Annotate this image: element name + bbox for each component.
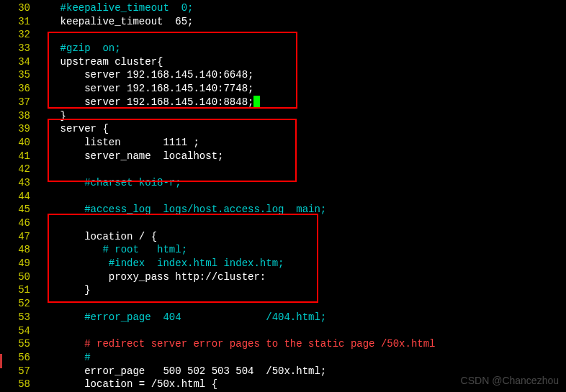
code-token: server_name localhost;: [36, 150, 223, 162]
line-number: 55: [0, 337, 30, 351]
code-token: server 192.168.145.140:7748;: [36, 83, 253, 94]
line-number: 30: [0, 1, 30, 15]
line-number: 35: [0, 68, 30, 82]
code-token: [36, 338, 84, 350]
code-token: error_page 500 502 503 504 /50x.html;: [36, 365, 326, 377]
line-number: 40: [0, 136, 30, 150]
code-token: proxy_pass http://cluster:: [36, 271, 266, 283]
code-line[interactable]: server 192.168.145.140:6648;: [36, 68, 566, 82]
left-marker: [0, 354, 2, 368]
code-line[interactable]: proxy_pass http://cluster:: [36, 270, 566, 284]
text-cursor: [253, 96, 260, 108]
code-line[interactable]: server_name localhost;: [36, 150, 566, 163]
code-line[interactable]: [36, 297, 566, 311]
code-token: #keepalive_timeout 0;: [60, 2, 194, 14]
line-number: 44: [0, 190, 30, 204]
code-line[interactable]: [36, 163, 566, 176]
code-line[interactable]: upstream cluster{: [36, 55, 566, 69]
code-token: #error_page 404 /404.html;: [84, 311, 326, 323]
line-number: 34: [0, 55, 30, 69]
code-token: #: [84, 352, 90, 363]
code-line[interactable]: }: [36, 283, 566, 297]
line-number: 57: [0, 365, 30, 378]
code-token: keepalive_timeout 65;: [36, 16, 193, 27]
line-number: 36: [0, 82, 30, 96]
code-token: [36, 257, 109, 269]
code-line[interactable]: [36, 216, 566, 230]
code-token: #gzip on;: [60, 42, 121, 54]
line-number: 54: [0, 324, 30, 338]
code-line[interactable]: server {: [36, 122, 566, 136]
code-line[interactable]: #charset koi8-r;: [36, 176, 566, 190]
line-number: 58: [0, 378, 30, 391]
code-token: [36, 311, 84, 323]
code-line[interactable]: server 192.168.145.140:7748;: [36, 82, 566, 96]
code-line[interactable]: #keepalive_timeout 0;: [36, 1, 566, 15]
line-number: 45: [0, 203, 30, 216]
code-token: listen 1111 ;: [36, 137, 199, 148]
line-number: 37: [0, 96, 30, 109]
code-token: [36, 177, 84, 188]
line-number: 32: [0, 28, 30, 42]
line-number: 38: [0, 109, 30, 123]
line-number: 43: [0, 176, 30, 190]
code-token: # redirect server error pages to the sta…: [84, 338, 435, 350]
code-token: }: [36, 110, 66, 122]
code-token: server 192.168.145.140:8848;: [36, 96, 253, 108]
line-number: 53: [0, 311, 30, 324]
line-number: 47: [0, 230, 30, 244]
code-token: [36, 2, 60, 14]
line-number: 39: [0, 122, 30, 136]
code-token: }: [36, 284, 91, 296]
code-token: #charset koi8-r;: [84, 177, 181, 188]
code-line[interactable]: [36, 28, 566, 42]
code-line[interactable]: server 192.168.145.140:8848;: [36, 96, 566, 109]
code-line[interactable]: [36, 190, 566, 204]
line-number: 41: [0, 150, 30, 163]
code-line[interactable]: #error_page 404 /404.html;: [36, 311, 566, 324]
line-number: 33: [0, 42, 30, 55]
line-number-gutter: 3031323334353637383940414243444546474849…: [0, 1, 36, 391]
line-number: 31: [0, 15, 30, 29]
code-area[interactable]: #keepalive_timeout 0; keepalive_timeout …: [36, 1, 566, 391]
code-token: upstream cluster{: [36, 56, 163, 68]
code-token: #index index.html index.htm;: [109, 257, 284, 269]
code-line[interactable]: #index index.html index.htm;: [36, 257, 566, 270]
code-line[interactable]: location / {: [36, 230, 566, 244]
code-line[interactable]: #: [36, 351, 566, 365]
code-line[interactable]: # root html;: [36, 243, 566, 257]
line-number: 51: [0, 283, 30, 297]
code-token: server {: [36, 123, 109, 135]
code-line[interactable]: #access_log logs/host.access.log main;: [36, 203, 566, 216]
line-number: 50: [0, 270, 30, 284]
line-number: 42: [0, 163, 30, 176]
code-token: # root html;: [102, 244, 187, 255]
line-number: 49: [0, 257, 30, 270]
line-number: 52: [0, 297, 30, 311]
code-token: [36, 244, 102, 255]
code-token: [36, 204, 84, 215]
code-token: [36, 42, 60, 54]
code-line[interactable]: #gzip on;: [36, 42, 566, 55]
code-line[interactable]: }: [36, 109, 566, 123]
code-editor: 3031323334353637383940414243444546474849…: [0, 0, 566, 391]
code-token: location / {: [36, 231, 157, 242]
line-number: 46: [0, 216, 30, 230]
code-token: location = /50x.html {: [36, 378, 217, 390]
code-line[interactable]: keepalive_timeout 65;: [36, 15, 566, 29]
line-number: 48: [0, 243, 30, 257]
watermark: CSDN @Chancezhou: [461, 374, 559, 388]
code-line[interactable]: listen 1111 ;: [36, 136, 566, 150]
code-token: server 192.168.145.140:6648;: [36, 69, 253, 81]
line-number: 56: [0, 351, 30, 365]
code-line[interactable]: [36, 324, 566, 338]
code-token: [36, 352, 84, 363]
code-token: #access_log logs/host.access.log main;: [84, 204, 326, 215]
code-line[interactable]: # redirect server error pages to the sta…: [36, 337, 566, 351]
